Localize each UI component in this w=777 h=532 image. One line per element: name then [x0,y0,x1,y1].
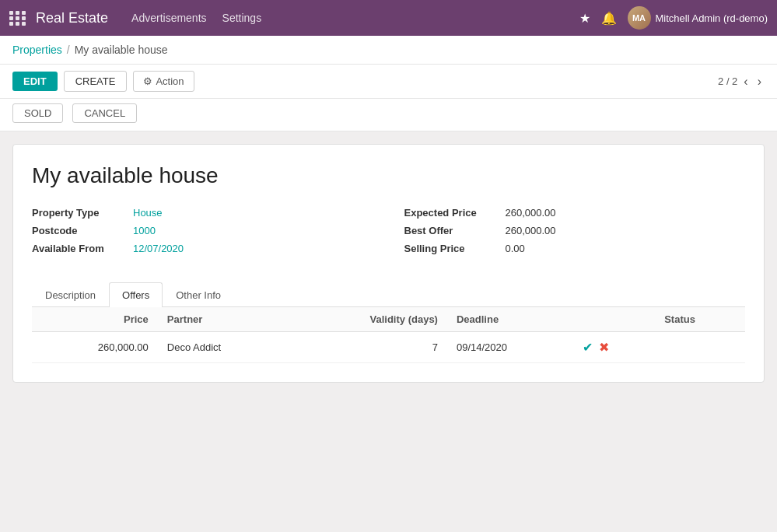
field-value-selling-price: 0.00 [506,243,525,254]
user-name: Mitchell Admin (rd-demo) [656,12,768,24]
field-value-best-offer: 260,000.00 [506,225,556,236]
main-content: My available house Property Type House P… [0,131,777,395]
cell-validity: 7 [290,332,447,363]
col-header-status: Status [655,307,745,332]
action-button[interactable]: ⚙ Action [133,71,194,92]
status-bar: SOLD CANCEL [0,99,777,131]
field-property-type: Property Type House [32,207,373,219]
field-value-postcode[interactable]: 1000 [133,225,156,236]
tabs-container: Description Offers Other Info [32,282,745,307]
nav-advertisements[interactable]: Advertisements [131,12,206,24]
field-label-best-offer: Best Offer [404,225,506,236]
tab-description[interactable]: Description [32,282,109,307]
table-header-row: Price Partner Validity (days) Deadline S… [32,307,745,332]
cell-deadline: 09/14/2020 [447,332,573,363]
tab-offers[interactable]: Offers [109,282,163,307]
gear-icon: ⚙ [143,75,152,87]
pagination-info: 2 / 2 [718,75,737,87]
tab-other-info[interactable]: Other Info [163,282,234,307]
grid-menu-icon[interactable] [9,11,26,26]
cancel-button[interactable]: CANCEL [72,103,137,123]
record-card: My available house Property Type House P… [12,144,765,383]
action-label: Action [156,75,184,87]
breadcrumb-parent[interactable]: Properties [12,44,62,56]
sold-button[interactable]: SOLD [12,103,63,123]
cell-action-icons: ✔ ✖ [573,332,655,363]
accept-icon[interactable]: ✔ [583,340,593,355]
breadcrumb-separator: / [67,44,70,56]
star-icon[interactable]: ★ [579,11,590,26]
field-value-expected-price: 260,000.00 [506,207,556,219]
field-label-property-type: Property Type [32,207,133,219]
nav-links: Advertisements Settings [131,12,579,24]
edit-button[interactable]: EDIT [12,72,58,91]
col-header-validity: Validity (days) [290,307,447,332]
col-header-deadline: Deadline [447,307,573,332]
avatar: MA [628,6,651,30]
field-value-available-from[interactable]: 12/07/2020 [133,243,184,254]
field-value-property-type[interactable]: House [133,207,163,219]
fields-right: Expected Price 260,000.00 Best Offer 260… [404,207,746,261]
right-icons: ★ 🔔 MA Mitchell Admin (rd-demo) [579,6,768,30]
breadcrumb: Properties / My available house [0,36,777,65]
field-label-postcode: Postcode [32,225,133,236]
field-expected-price: Expected Price 260,000.00 [404,207,746,219]
field-best-offer: Best Offer 260,000.00 [404,225,746,236]
record-title: My available house [32,163,745,188]
field-label-selling-price: Selling Price [404,243,506,254]
top-nav: Real Estate Advertisements Settings ★ 🔔 … [0,0,777,36]
fields-left: Property Type House Postcode 1000 Availa… [32,207,373,261]
field-available-from: Available From 12/07/2020 [32,243,373,254]
cell-price: 260,000.00 [32,332,158,363]
field-label-expected-price: Expected Price [404,207,506,219]
nav-settings[interactable]: Settings [222,12,262,24]
create-button[interactable]: CREATE [64,71,128,92]
user-menu[interactable]: MA Mitchell Admin (rd-demo) [628,6,768,30]
pagination-next[interactable]: › [754,73,765,90]
app-title: Real Estate [36,10,108,26]
reject-icon[interactable]: ✖ [599,340,609,355]
field-postcode: Postcode 1000 [32,225,373,236]
pagination: 2 / 2 ‹ › [718,73,765,90]
cell-partner: Deco Addict [158,332,290,363]
table-row: 260,000.00 Deco Addict 7 09/14/2020 ✔ ✖ [32,332,745,363]
col-header-price: Price [32,307,158,332]
fields-section: Property Type House Postcode 1000 Availa… [32,207,745,261]
cell-status [655,332,745,363]
action-bar: EDIT CREATE ⚙ Action 2 / 2 ‹ › [0,65,777,99]
breadcrumb-current: My available house [75,44,168,56]
col-header-actions [573,307,655,332]
offers-table: Price Partner Validity (days) Deadline S… [32,307,745,363]
field-selling-price: Selling Price 0.00 [404,243,746,254]
pagination-prev[interactable]: ‹ [740,73,751,90]
tabs-list: Description Offers Other Info [32,282,745,306]
field-label-available-from: Available From [32,243,133,254]
col-header-partner: Partner [158,307,290,332]
bell-icon[interactable]: 🔔 [601,11,617,26]
